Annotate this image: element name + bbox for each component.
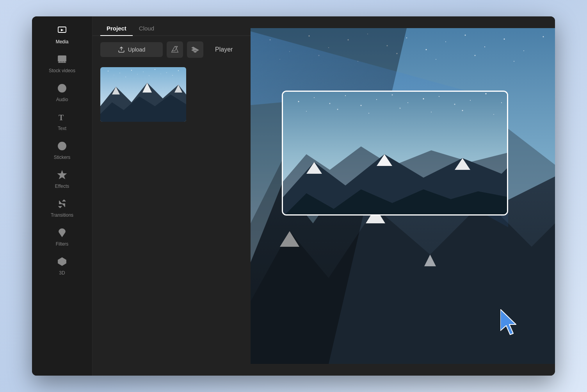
sidebar-item-3d-label: 3D <box>59 270 65 276</box>
svg-point-21 <box>108 71 109 71</box>
sidebar-item-effects-label: Effects <box>55 184 69 189</box>
svg-point-86 <box>306 111 307 112</box>
svg-point-26 <box>166 72 167 73</box>
sidebar-item-stock-videos[interactable]: Stock videos <box>32 49 92 78</box>
svg-point-25 <box>155 69 155 70</box>
thumbnail-image <box>100 67 186 122</box>
effects-icon <box>57 170 67 181</box>
svg-point-85 <box>501 102 502 103</box>
player-label: Player <box>215 46 233 53</box>
sidebar-item-3d[interactable]: 3D <box>32 251 92 280</box>
svg-point-48 <box>426 49 427 50</box>
svg-point-76 <box>361 105 362 106</box>
svg-point-75 <box>345 95 346 96</box>
svg-point-54 <box>543 36 544 37</box>
upload-button[interactable]: Upload <box>100 42 163 57</box>
google-drive-icon <box>171 46 179 53</box>
svg-point-27 <box>178 70 179 71</box>
svg-marker-1 <box>61 29 64 31</box>
svg-point-15 <box>61 231 63 232</box>
svg-point-28 <box>114 75 114 75</box>
media-thumbnail[interactable] <box>100 67 186 122</box>
sidebar-item-effects[interactable]: Effects <box>32 165 92 194</box>
svg-point-83 <box>470 100 471 101</box>
sidebar-item-audio-label: Audio <box>56 97 68 102</box>
sidebar-item-audio[interactable]: Audio <box>32 78 92 107</box>
svg-point-23 <box>131 70 132 71</box>
svg-rect-2 <box>58 56 66 61</box>
filters-icon <box>57 228 67 239</box>
svg-marker-14 <box>58 171 66 178</box>
text-icon: T <box>57 112 67 123</box>
sidebar-item-filters[interactable]: Filters <box>32 223 92 251</box>
sidebar-item-stickers-label: Stickers <box>54 155 71 160</box>
tab-cloud[interactable]: Cloud <box>133 21 160 36</box>
svg-point-8 <box>61 87 63 89</box>
svg-point-91 <box>462 110 463 111</box>
svg-point-87 <box>337 109 338 110</box>
svg-point-61 <box>514 61 514 62</box>
cursor-arrow-icon <box>500 309 524 337</box>
upload-icon <box>118 46 125 53</box>
sidebar-item-text[interactable]: T Text <box>32 107 92 136</box>
svg-point-32 <box>160 73 161 74</box>
svg-point-29 <box>125 77 126 77</box>
svg-point-50 <box>465 35 466 36</box>
svg-point-81 <box>439 96 439 97</box>
svg-point-80 <box>423 98 424 100</box>
sidebar-item-text-label: Text <box>58 126 66 131</box>
app-window: Media Stock videos <box>32 16 555 376</box>
dropbox-button[interactable] <box>187 41 203 58</box>
sidebar-item-stickers[interactable]: Stickers <box>32 136 92 165</box>
svg-point-53 <box>523 50 524 51</box>
svg-point-24 <box>143 71 144 72</box>
svg-point-33 <box>172 75 173 76</box>
3d-icon <box>57 257 67 268</box>
svg-point-74 <box>329 103 331 104</box>
svg-point-78 <box>392 94 393 96</box>
audio-icon <box>57 84 67 94</box>
player-video-frame <box>283 92 508 216</box>
svg-point-79 <box>407 102 408 103</box>
svg-point-84 <box>486 93 487 94</box>
player-box <box>282 91 508 216</box>
media-icon <box>57 26 67 37</box>
google-drive-button[interactable] <box>167 41 183 58</box>
svg-point-73 <box>314 97 315 98</box>
svg-point-47 <box>406 37 407 38</box>
svg-point-77 <box>376 99 377 100</box>
dropbox-icon <box>191 46 199 53</box>
stock-videos-icon <box>57 55 67 66</box>
svg-point-88 <box>368 113 369 114</box>
sidebar: Media Stock videos <box>32 16 92 376</box>
sidebar-item-filters-label: Filters <box>56 241 69 247</box>
sidebar-item-media[interactable]: Media <box>32 20 92 49</box>
svg-text:T: T <box>59 113 64 122</box>
player-area <box>251 16 555 376</box>
svg-point-82 <box>454 104 455 105</box>
sidebar-item-transitions-label: Transitions <box>51 212 73 218</box>
svg-point-52 <box>504 39 505 40</box>
svg-point-30 <box>137 74 137 74</box>
svg-point-92 <box>493 114 494 115</box>
sidebar-item-stock-videos-label: Stock videos <box>49 68 75 73</box>
tab-project[interactable]: Project <box>100 21 133 36</box>
svg-point-59 <box>436 59 436 60</box>
svg-point-90 <box>431 112 432 112</box>
stickers-icon <box>57 141 67 152</box>
svg-marker-99 <box>500 309 516 335</box>
sidebar-item-media-label: Media <box>56 39 69 45</box>
sidebar-item-transitions[interactable]: Transitions <box>32 194 92 223</box>
svg-point-31 <box>149 75 149 76</box>
transitions-icon <box>57 199 67 210</box>
svg-point-51 <box>484 46 485 47</box>
svg-point-89 <box>400 108 401 109</box>
svg-point-22 <box>119 73 120 73</box>
svg-point-60 <box>475 55 476 56</box>
svg-point-72 <box>298 101 299 102</box>
main-content: Project Cloud Upload <box>92 16 555 376</box>
svg-point-49 <box>445 41 446 42</box>
